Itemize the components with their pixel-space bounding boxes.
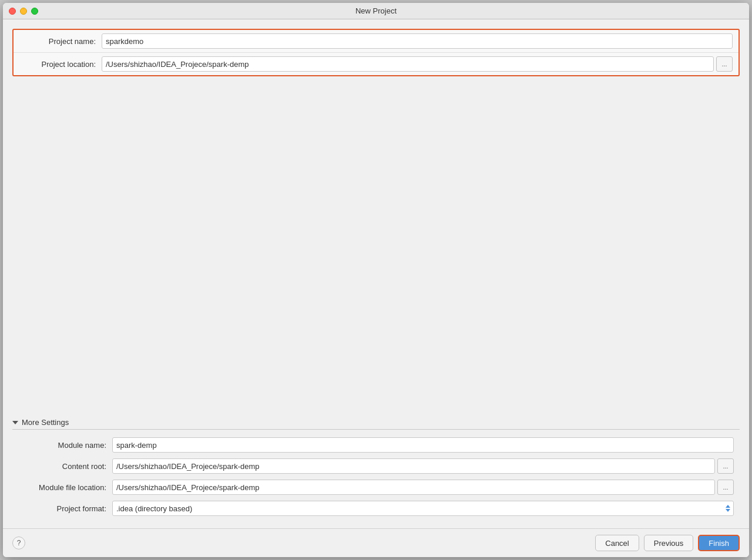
project-location-row: Project location: ... [14, 53, 738, 75]
content-root-label: Content root: [18, 462, 112, 471]
project-name-input-wrap [102, 33, 733, 49]
action-buttons: Cancel Previous Finish [595, 535, 740, 551]
project-format-label: Project format: [18, 504, 112, 513]
cancel-button[interactable]: Cancel [595, 535, 639, 551]
module-name-input[interactable] [112, 437, 734, 453]
module-file-location-label: Module file location: [18, 483, 112, 492]
more-settings-label[interactable]: More Settings [22, 418, 69, 427]
module-file-location-browse-button[interactable]: ... [717, 480, 734, 495]
content-spacer [12, 82, 740, 418]
bottom-bar: ? Cancel Previous Finish [3, 528, 749, 557]
title-bar: New Project [3, 3, 749, 19]
project-location-browse-button[interactable]: ... [716, 56, 733, 72]
window-title: New Project [355, 6, 397, 15]
more-settings-arrow-icon[interactable] [12, 421, 18, 424]
project-info-section: Project name: Project location: ... [12, 29, 740, 76]
project-name-label: Project name: [19, 37, 102, 46]
maximize-button[interactable] [31, 8, 38, 15]
content-root-browse-button[interactable]: ... [717, 458, 734, 474]
module-file-location-input[interactable] [112, 480, 715, 495]
project-name-row: Project name: [14, 30, 738, 53]
project-format-select-wrap: .idea (directory based) .ipr (file based… [112, 501, 734, 516]
window-controls [9, 8, 38, 15]
project-format-select[interactable]: .idea (directory based) .ipr (file based… [112, 501, 734, 516]
module-name-input-wrap [112, 437, 734, 453]
module-file-location-input-wrap: ... [112, 480, 734, 495]
content-root-input[interactable] [112, 458, 715, 474]
main-content: Project name: Project location: ... More… [3, 19, 749, 528]
project-location-input[interactable] [102, 56, 714, 72]
help-button[interactable]: ? [12, 537, 25, 549]
content-root-input-wrap: ... [112, 458, 734, 474]
more-settings-header[interactable]: More Settings [12, 418, 740, 430]
close-button[interactable] [9, 8, 16, 15]
project-name-input[interactable] [102, 33, 733, 49]
more-settings-section: More Settings Module name: Content root:… [12, 418, 740, 519]
project-location-input-wrap: ... [102, 56, 733, 72]
finish-button[interactable]: Finish [698, 535, 740, 551]
module-name-row: Module name: [12, 434, 740, 456]
project-location-label: Project location: [19, 60, 102, 69]
minimize-button[interactable] [20, 8, 27, 15]
module-file-location-row: Module file location: ... [12, 477, 740, 498]
module-name-label: Module name: [18, 441, 112, 450]
content-root-row: Content root: ... [12, 456, 740, 477]
main-window: New Project Project name: Project locati… [3, 3, 749, 557]
previous-button[interactable]: Previous [644, 535, 694, 551]
project-format-row: Project format: .idea (directory based) … [12, 498, 740, 519]
